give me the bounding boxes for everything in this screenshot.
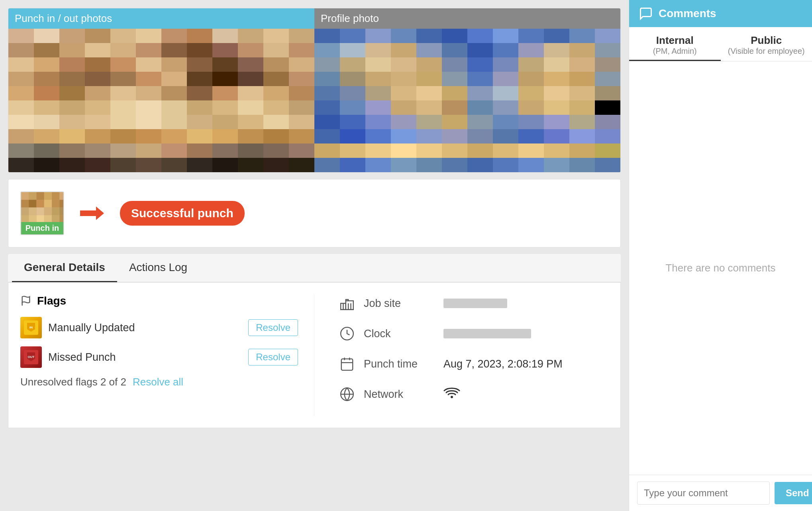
flags-title: Flags (37, 295, 66, 307)
svg-rect-50 (34, 86, 59, 100)
svg-rect-3 (59, 29, 85, 43)
comment-input[interactable] (637, 482, 770, 505)
svg-rect-92 (187, 129, 212, 143)
svg-rect-103 (161, 143, 187, 158)
svg-rect-246 (44, 192, 52, 200)
svg-rect-52 (85, 86, 110, 100)
svg-rect-193 (595, 100, 620, 115)
svg-rect-140 (467, 43, 493, 57)
svg-rect-6 (136, 29, 161, 43)
tab-general-details[interactable]: General Details (12, 254, 117, 282)
svg-rect-90 (136, 129, 161, 143)
svg-rect-215 (544, 129, 569, 143)
missed-punch-flag-row: OUT Missed Punch Resolve (20, 346, 298, 368)
tab-actions-log[interactable]: Actions Log (117, 254, 199, 282)
svg-rect-222 (416, 143, 442, 158)
svg-rect-73 (8, 115, 34, 129)
svg-rect-228 (569, 143, 595, 158)
svg-rect-220 (365, 143, 391, 158)
manually-updated-resolve-btn[interactable]: Resolve (248, 319, 298, 336)
svg-rect-232 (365, 158, 391, 172)
svg-rect-61 (8, 100, 34, 115)
svg-rect-76 (85, 115, 110, 129)
tab-internal[interactable]: Internal (PM, Admin) (629, 27, 721, 61)
svg-rect-68 (187, 100, 212, 115)
tab-public-title: Public (725, 34, 808, 47)
svg-rect-182 (314, 100, 340, 115)
svg-rect-138 (416, 43, 442, 57)
svg-rect-111 (59, 158, 85, 172)
svg-rect-145 (595, 43, 620, 57)
svg-rect-165 (493, 72, 518, 86)
svg-rect-106 (238, 143, 263, 158)
svg-rect-210 (416, 129, 442, 143)
svg-rect-100 (85, 143, 110, 158)
svg-rect-40 (85, 72, 110, 86)
svg-rect-20 (187, 43, 212, 57)
svg-rect-71 (263, 100, 289, 115)
svg-rect-97 (8, 143, 34, 158)
svg-rect-230 (314, 158, 340, 172)
svg-rect-83 (263, 115, 289, 129)
svg-rect-212 (467, 129, 493, 143)
svg-rect-227 (544, 143, 569, 158)
svg-rect-127 (442, 29, 467, 43)
svg-rect-166 (518, 72, 544, 86)
svg-rect-105 (212, 143, 238, 158)
svg-rect-142 (518, 43, 544, 57)
svg-rect-235 (442, 158, 467, 172)
svg-rect-57 (212, 86, 238, 100)
svg-rect-143 (544, 43, 569, 57)
svg-rect-213 (493, 129, 518, 143)
svg-rect-223 (442, 143, 467, 158)
svg-rect-125 (391, 29, 416, 43)
svg-rect-129 (493, 29, 518, 43)
svg-rect-72 (289, 100, 314, 115)
send-button[interactable]: Send (775, 482, 812, 504)
tab-public[interactable]: Public (Visible for employee) (721, 27, 812, 61)
svg-rect-31 (161, 57, 187, 72)
svg-rect-205 (595, 115, 620, 129)
missed-punch-badge: OUT (20, 346, 42, 368)
comments-title: Comments (659, 7, 716, 20)
svg-rect-74 (34, 115, 59, 129)
svg-rect-189 (493, 100, 518, 115)
svg-rect-117 (212, 158, 238, 172)
svg-rect-158 (314, 72, 340, 86)
network-label: Network (364, 388, 435, 401)
wifi-svg-icon (443, 386, 460, 399)
comments-footer: Send (629, 475, 812, 511)
manually-updated-icon: IN (24, 320, 38, 335)
missed-punch-resolve-btn[interactable]: Resolve (248, 349, 298, 366)
punch-thumb-image: Punch in (20, 191, 64, 235)
svg-rect-4 (85, 29, 110, 43)
svg-rect-99 (59, 143, 85, 158)
svg-rect-249 (21, 200, 29, 207)
svg-rect-9 (212, 29, 238, 43)
successful-punch-label: Successful punch (120, 201, 245, 226)
svg-rect-112 (85, 158, 110, 172)
flags-header: Flags (20, 295, 298, 307)
manually-updated-flag-row: IN Manually Updated Resolve (20, 317, 298, 338)
svg-rect-245 (37, 192, 44, 200)
svg-rect-239 (544, 158, 569, 172)
punch-photo-image[interactable] (8, 29, 314, 172)
svg-rect-168 (569, 72, 595, 86)
svg-rect-102 (136, 143, 161, 158)
svg-rect-64 (85, 100, 110, 115)
resolve-all-btn[interactable]: Resolve all (133, 376, 183, 388)
svg-rect-243 (21, 192, 29, 200)
svg-rect-190 (518, 100, 544, 115)
svg-rect-196 (365, 115, 391, 129)
svg-rect-34 (238, 57, 263, 72)
svg-rect-48 (289, 72, 314, 86)
punch-time-icon (338, 355, 356, 373)
svg-text:OUT: OUT (28, 355, 35, 359)
svg-rect-159 (340, 72, 365, 86)
svg-rect-247 (52, 192, 59, 200)
svg-rect-174 (416, 86, 442, 100)
svg-rect-214 (518, 129, 544, 143)
svg-rect-134 (314, 43, 340, 57)
profile-photo-image[interactable] (314, 29, 620, 172)
svg-rect-80 (187, 115, 212, 129)
